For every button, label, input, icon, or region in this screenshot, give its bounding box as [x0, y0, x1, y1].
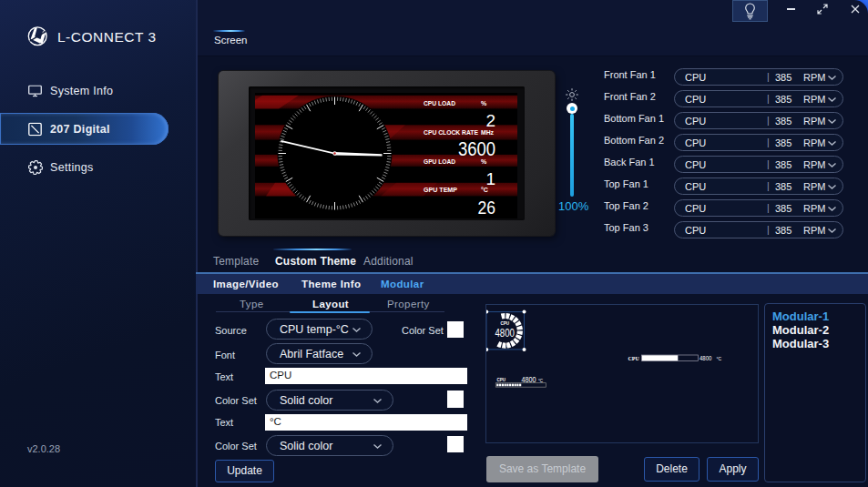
svg-text:°C: °C — [481, 187, 488, 193]
svg-text:°C: °C — [538, 379, 544, 383]
svg-text:CPU: CPU — [628, 356, 640, 361]
svg-text:1: 1 — [485, 169, 495, 188]
svg-text:CPU CLOCK RATE: CPU CLOCK RATE — [424, 128, 478, 137]
svg-text:4800: 4800 — [700, 355, 712, 361]
svg-text:3600: 3600 — [458, 138, 495, 160]
svg-text:CPU: CPU — [500, 321, 509, 326]
svg-text:26: 26 — [478, 198, 496, 218]
svg-text:CPU: CPU — [497, 378, 506, 382]
svg-text:2: 2 — [485, 111, 495, 130]
svg-text:GPU LOAD: GPU LOAD — [424, 157, 456, 166]
svg-text:%: % — [481, 158, 487, 165]
svg-text:MHz: MHz — [481, 129, 494, 136]
svg-text:%: % — [481, 100, 487, 107]
svg-text:°C: °C — [717, 356, 722, 361]
svg-text:GPU TEMP: GPU TEMP — [424, 186, 457, 194]
svg-text:CPU LOAD: CPU LOAD — [424, 99, 456, 107]
svg-text:°C: °C — [505, 342, 510, 348]
svg-text:4800: 4800 — [495, 327, 515, 340]
